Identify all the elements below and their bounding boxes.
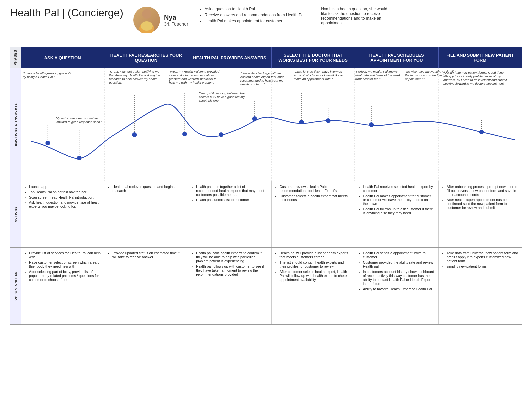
page-title: Health Pal | (Concierge) [10,7,123,19]
opp-item: Provide updated status on estimated time… [112,251,184,259]
opp-list-1: Provide list of services the Health Pal … [24,251,101,282]
actions-item: Customer selects a health expert that me… [280,194,351,202]
avatar [133,7,160,33]
quote-1: "I have a health question, guess I'll tr… [23,71,74,79]
page: Health Pal | (Concierge) Nya 34, Teacher… [0,0,532,399]
bullet-1: Ask a question to Health Pal [205,7,304,11]
phases-label-cell: PHASES [10,47,21,68]
svg-point-23 [252,116,257,121]
actions-item: Ask health question and provide type of … [29,200,101,208]
svg-point-22 [219,132,223,137]
svg-point-21 [182,132,187,136]
phase-research: HEALTH PAL RESEARCHES YOUR QUESTION [104,47,188,68]
opportunities-label: OPPORTUNITIES [14,272,17,301]
emotions-label: EMOTIONS & THOUGHTS [14,103,17,146]
opp-list-3: Health pal calls health experts to confi… [191,251,268,276]
actions-item: Launch app [29,185,101,189]
svg-point-18 [45,141,50,145]
actions-row: ACTIONS Launch app Tap Health Pal on bot… [10,181,522,248]
opp-col-6: Take data from universal new patient for… [439,248,522,324]
persona-info: Nya 34, Teacher [164,14,188,27]
quote-6: "I have decided to go with an eastern he… [240,71,292,86]
phase-select: SELECT THE DOCTOR THAT WORKS BEST FOR YO… [272,47,355,68]
svg-point-2 [141,21,153,31]
bullet-2: Receive answers and recommendations from… [205,13,304,17]
actions-list-6: After onboarding process, prompt new use… [442,185,518,210]
svg-point-27 [479,130,484,134]
quote-8: "Perfect, my Health Pal knows what date … [355,70,403,81]
actions-col-1: Launch app Tap Health Pal on bottom nav … [21,181,104,247]
opp-item: In customers account history show dashbo… [363,270,435,286]
actions-col-5: Health Pal receives selected health expe… [355,181,439,247]
opportunities-label-cell: OPPORTUNITIES [10,248,21,324]
phases-row: PHASES ASK A QUESTION HEALTH PAL RESEARC… [10,47,522,68]
actions-item: After onboarding process, prompt new use… [447,185,518,197]
persona-bullets: Ask a question to Health Pal Receive ans… [205,7,304,25]
opp-item: After selecting part of body, provide li… [29,270,101,282]
actions-item: Health Pal receives selected health expe… [363,185,435,193]
actions-list-4: Customer reviews Health Pal's recommenda… [275,185,351,202]
opp-item: Health pal will provide a list of health… [280,251,351,259]
opp-col-3: Health pal calls health experts to confi… [188,248,271,324]
svg-point-25 [326,118,331,123]
opp-item: The list should contain health experts a… [280,260,351,268]
phase-answers: HEALTH PAL PROVIDES ANSWERS [188,47,271,68]
opp-col-5: Health Pal sends a appointment invite to… [355,248,439,324]
actions-col-4: Customer reviews Health Pal's recommenda… [272,181,355,247]
persona-desc: 34, Teacher [164,21,188,27]
emotions-content: "I have a health question, guess I'll tr… [21,68,522,181]
bullet-3: Health Pal makes appointment for custome… [205,19,304,23]
actions-item: Customer reviews Health Pal's recommenda… [280,185,351,193]
svg-point-0 [142,9,151,19]
actions-item: Health Pal makes appointment for custome… [363,194,435,206]
svg-point-20 [132,132,137,137]
phases-label: PHASES [14,50,17,65]
actions-item: Health pal submits list to customer [196,198,268,202]
opp-item: Health pal calls health experts to confi… [196,251,268,263]
phase-schedule: HEALTH PAL SCHEDULES APPOINTMENT FOR YOU [355,47,439,68]
opp-list-5: Health Pal sends a appointment invite to… [358,251,435,291]
actions-list-3: Health pal puts together a list of recom… [191,185,268,202]
opp-list-2: Provide updated status on estimated time… [108,251,184,259]
opp-item: Ability to favorite Health Expert or Hea… [363,287,435,291]
opp-item: Health Pal sends a appointment invite to… [363,251,435,259]
opp-col-1: Provide list of services the Health Pal … [21,248,104,324]
actions-item: Health pal recieves question and begins … [112,185,184,193]
svg-point-19 [77,156,82,160]
opportunities-row: OPPORTUNITIES Provide list of services t… [10,248,522,324]
actions-list-5: Health Pal receives selected health expe… [358,185,435,215]
quote-4: "Wow, my Health Pal Anna provided severa… [169,70,220,84]
actions-list-2: Health pal recieves question and begins … [108,185,184,193]
opp-col-2: Provide updated status on estimated time… [104,248,188,324]
actions-item: Scan screen, read Health Pal introductio… [29,195,101,199]
quote-2: "Question has been submitted. Anxious to… [56,116,104,124]
quote-5: "Hmm, still deciding between two doctors… [199,91,250,102]
phase-ask: ASK A QUESTION [21,47,104,68]
svg-point-24 [299,120,304,124]
opp-item: Health pal follows up with customer to s… [196,264,268,276]
opp-item: Take data from universal new patient for… [447,251,518,263]
persona-summary: Nya has a health question, she would lik… [321,7,394,25]
opp-list-6: Take data from universal new patient for… [442,251,518,268]
quote-10: "Ugh.. I hate new patient forms. Good th… [443,71,508,85]
actions-item: After health expert appointment has been… [447,198,518,210]
actions-item: Tap Health Pal on bottom nav tab bar [29,190,101,194]
header: Health Pal | (Concierge) Nya 34, Teacher… [10,7,522,40]
opp-item: Have customer select on screen which are… [29,260,101,268]
opp-item: Customer provided the ability rate and r… [363,260,435,268]
actions-list-1: Launch app Tap Health Pal on bottom nav … [24,185,101,208]
opp-item: Provide list of services the Health Pal … [29,251,101,259]
journey-map: PHASES ASK A QUESTION HEALTH PAL RESEARC… [10,47,522,325]
actions-col-3: Health pal puts together a list of recom… [188,181,271,247]
quote-3: "Great, I just got a alert notifying me … [109,70,161,84]
actions-item: Health pal puts together a list of recom… [196,185,268,197]
emotions-label-cell: EMOTIONS & THOUGHTS [10,68,21,181]
persona-name: Nya [164,14,188,21]
actions-label: ACTIONS [14,206,17,222]
opp-item: simplify new patient forms [447,264,518,268]
phase-form: FILL AND SUBMIT NEW PATIENT FORM [439,47,522,68]
opp-col-4: Health pal will provide a list of health… [272,248,355,324]
emotions-row: EMOTIONS & THOUGHTS [10,68,522,181]
opp-list-4: Health pal will provide a list of health… [275,251,351,282]
svg-point-26 [369,122,374,127]
